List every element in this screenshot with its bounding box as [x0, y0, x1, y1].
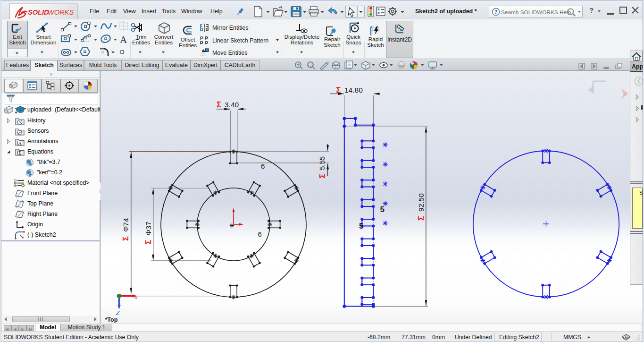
svg-text:92.50: 92.50	[417, 193, 425, 212]
svg-text:6: 6	[258, 230, 262, 238]
svg-text:x: x	[134, 294, 138, 300]
svg-text:Φ74: Φ74	[122, 218, 130, 232]
svg-text:A: A	[18, 141, 22, 145]
svg-text:5: 5	[380, 205, 385, 214]
svg-text:*Top: *Top	[105, 316, 118, 323]
svg-text:5: 5	[359, 222, 363, 231]
svg-text:3.40: 3.40	[225, 101, 239, 109]
svg-text:Σ: Σ	[417, 216, 425, 221]
svg-text:WORKS: WORKS	[48, 9, 74, 16]
svg-text:14.80: 14.80	[344, 86, 363, 94]
svg-text:5.55: 5.55	[318, 156, 326, 170]
svg-text:Φ37: Φ37	[144, 222, 152, 236]
svg-text:?: ?	[494, 9, 498, 15]
svg-text:Σ: Σ	[144, 240, 152, 245]
svg-text:Z: Z	[116, 310, 120, 316]
svg-text:SOLID: SOLID	[28, 9, 49, 16]
svg-text:Σ: Σ	[18, 151, 21, 155]
svg-text:Σ: Σ	[318, 174, 326, 179]
svg-text:6: 6	[261, 162, 265, 170]
svg-text:Σ: Σ	[217, 100, 221, 109]
svg-text:A: A	[120, 34, 127, 45]
svg-text:Σ: Σ	[121, 236, 130, 241]
